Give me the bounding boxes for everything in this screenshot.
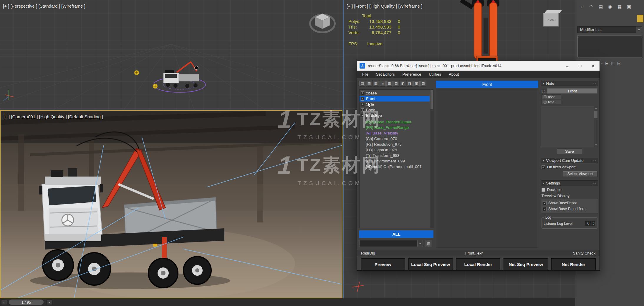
stack-item[interactable]: [RO] Base_RenderOutput [360, 119, 430, 125]
expand-toggle-icon[interactable]: + [361, 92, 364, 95]
stack-item[interactable]: [Tr] Transform_653 [360, 153, 430, 158]
chevron-down-icon[interactable]: ▾ [636, 26, 642, 33]
scroll-up-icon[interactable]: ▲ [595, 107, 597, 109]
dialog-toolbar-icon[interactable]: ◨ [407, 81, 413, 87]
light-handle-icons[interactable] [134, 70, 158, 89]
viewport-label-perspective[interactable]: [+ ] [Perspective ] [Standard ] [Wirefra… [3, 4, 85, 9]
show-basedepot-checkbox[interactable] [543, 201, 547, 205]
command-panel-tab-icon[interactable]: ◠ [588, 4, 594, 9]
rollout-collapse-icon[interactable]: ▭ [593, 82, 596, 85]
stack-detail-panel[interactable] [436, 89, 538, 248]
command-panel-tab-icon[interactable]: + [579, 4, 585, 9]
note-rollout-header[interactable]: ▾ Note ▭ [541, 81, 598, 86]
dialog-toolbar-icon[interactable]: ⊞ [386, 81, 393, 87]
modifier-stack-box[interactable] [577, 36, 642, 57]
render-action-button[interactable]: Preview [361, 258, 405, 270]
spinner-arrows-icon[interactable]: ▴▾ [592, 221, 595, 226]
stack-toolbar-icon[interactable]: ▣ [605, 61, 608, 65]
dialog-toolbar-icon[interactable]: ▥ [366, 81, 372, 87]
viewcube[interactable]: FRONT [543, 10, 559, 26]
render-action-button[interactable]: Net Seq Preview [504, 258, 548, 270]
dialog-toolbar-icon[interactable]: ▦ [373, 81, 379, 87]
command-panel-tab-icon[interactable]: ▣ [626, 4, 632, 9]
expand-toggle-icon[interactable]: + [361, 103, 364, 106]
menu-item[interactable]: About [445, 71, 463, 78]
truck-model[interactable] [163, 62, 199, 88]
next-page-button[interactable]: › [47, 300, 52, 305]
close-button[interactable]: × [587, 61, 600, 71]
listener-log-level-spinner[interactable]: 0 ▴▾ [585, 221, 595, 226]
dialog-toolbar-icon[interactable]: ◧ [400, 81, 406, 87]
stack-toolbar-icon[interactable]: ◫ [611, 61, 615, 65]
dialog-toolbar-icon[interactable]: ⊟ [393, 81, 399, 87]
dialog-toolbar-icon[interactable]: ⊡ [420, 81, 426, 87]
viewcube-top-face[interactable] [544, 10, 562, 13]
expand-toggle-icon[interactable]: − [361, 114, 364, 117]
viewport-perspective[interactable]: [+ ] [Perspective ] [Standard ] [Wirefra… [0, 0, 343, 110]
render-action-button[interactable]: Net Render [551, 258, 596, 270]
note-textarea[interactable]: ▲ ▼ [541, 106, 598, 147]
stack-item[interactable]: [Rs] Resolution_975 [360, 142, 430, 147]
dialog-toolbar-icon[interactable]: ≡ [380, 81, 386, 87]
stack-item[interactable]: [Ev] Environment_099 [360, 158, 430, 164]
pass-filter-combobox[interactable]: ▾ [359, 240, 423, 247]
stack-item[interactable]: [Ca] Camera_070 [360, 136, 430, 142]
sanity-check-button[interactable]: Sanity Check [573, 251, 595, 255]
maximize-button[interactable]: □ [574, 61, 587, 71]
scrollbar-thumb[interactable] [431, 90, 433, 109]
pass-row[interactable]: + ::base [360, 90, 430, 96]
viewport-label-camera[interactable]: [+ ] [Camera001 ] [High Quality ] [Defau… [4, 114, 103, 119]
settings-rollout-header[interactable]: ▾ Settings ▭ [541, 180, 598, 186]
show-base-pmodifiers-checkbox[interactable] [543, 207, 547, 211]
all-button[interactable]: ALL [359, 230, 433, 238]
perspective-scene[interactable] [0, 0, 343, 110]
scroll-down-icon[interactable]: ▼ [595, 144, 597, 146]
minimize-button[interactable]: – [561, 61, 574, 71]
menu-item[interactable]: Set Editors [372, 71, 399, 78]
prev-page-button[interactable]: ‹ [1, 300, 7, 305]
camera-render-scene[interactable] [1, 111, 342, 298]
viewport-label-front[interactable]: [+ ] [Front ] [High Quality ] [Wireframe… [347, 4, 422, 9]
select-viewport-button[interactable]: Select Viewport [563, 171, 597, 177]
stack-item[interactable]: [oP:multi] ObjParams:multi_001 [360, 164, 430, 169]
render-action-button[interactable]: Local Render [456, 258, 501, 270]
pass-row[interactable]: − BirdsEye [360, 113, 430, 118]
menu-item[interactable]: Utilities [425, 71, 445, 78]
menu-item[interactable]: Preference [399, 71, 425, 78]
user-button[interactable]: user [542, 94, 561, 99]
dockable-checkbox[interactable] [542, 188, 545, 192]
chevron-down-icon[interactable]: ▾ [417, 240, 423, 247]
stack-toolbar-icon[interactable]: ▤ [617, 61, 620, 65]
scrollbar-thumb[interactable] [594, 111, 597, 118]
command-panel-tab-icon[interactable]: ▤ [598, 4, 604, 9]
note-pass-field[interactable]: Front [547, 88, 597, 94]
stack-item[interactable]: [LO] LightOn_979 [360, 147, 430, 153]
expand-toggle-icon[interactable]: + [361, 108, 364, 112]
expand-toggle-icon[interactable]: + [361, 97, 364, 101]
viewcube[interactable] [309, 10, 336, 35]
dialog-toolbar-icon[interactable]: ▣ [413, 81, 420, 87]
save-button[interactable]: Save [557, 148, 582, 154]
rollout-collapse-icon[interactable]: ▭ [593, 181, 596, 185]
stack-item[interactable]: [FR] Base_FrameRange [360, 125, 430, 130]
stack-item[interactable]: [Vi] Base_Visibility [360, 130, 430, 136]
command-panel-tab-icon[interactable]: ◉ [607, 4, 613, 9]
viewport-camera[interactable]: [+ ] [Camera001 ] [High Quality ] [Defau… [0, 110, 342, 298]
dialog-toolbar-icon[interactable]: ▤ [359, 81, 365, 87]
combo-side-button[interactable]: ▨ [425, 240, 432, 247]
active-tool-icon[interactable] [637, 15, 643, 22]
on-fixed-viewport-checkbox[interactable] [542, 165, 545, 169]
dialog-titlebar[interactable]: 3 renderStacks 0.66 BetaUser[1seats] | r… [357, 61, 600, 71]
list-scrollbar[interactable] [430, 90, 433, 228]
pass-row[interactable]: + Front [360, 96, 430, 102]
viewport-cam-update-rollout-header[interactable]: ▾ Viewport Cam Update ▭ [541, 158, 598, 163]
render-action-button[interactable]: Local Seq Preview [408, 258, 453, 270]
rollout-collapse-icon[interactable]: ▭ [593, 159, 596, 162]
menu-item[interactable]: File [358, 71, 372, 78]
modifier-list-dropdown[interactable]: Modifier List ▾ [577, 26, 642, 33]
camera-icon[interactable] [195, 66, 198, 69]
rndrdlg-button[interactable]: RndrDlg [361, 251, 375, 255]
viewcube-front-face[interactable]: FRONT [543, 13, 559, 26]
viewport-splitter[interactable] [343, 0, 344, 298]
command-panel-tab-icon[interactable]: ▦ [617, 4, 623, 9]
